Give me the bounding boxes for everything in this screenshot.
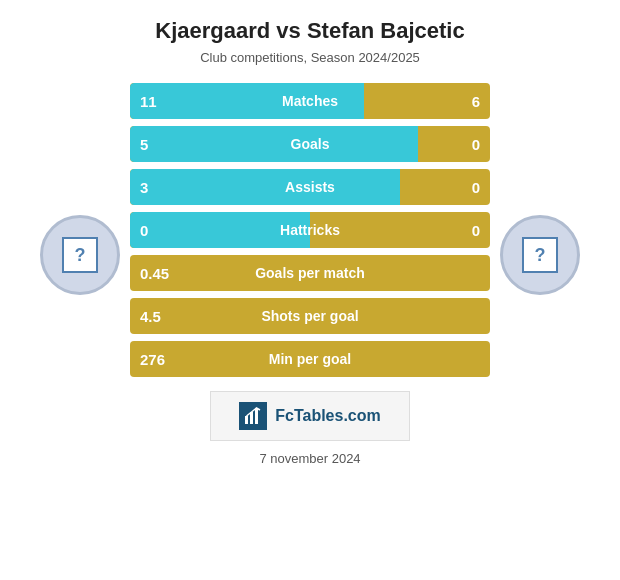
brand-text: FcTables.com (275, 407, 381, 425)
bar-bg: 3Assists0 (130, 169, 490, 205)
bar-value-right: 6 (472, 93, 480, 110)
bars-area: 11Matches65Goals03Assists00Hattricks00.4… (130, 83, 490, 377)
right-avatar-placeholder: ? (522, 237, 558, 273)
svg-rect-2 (255, 408, 258, 424)
bar-bg: 4.5Shots per goal (130, 298, 490, 334)
bar-bg: 5Goals0 (130, 126, 490, 162)
bar-bg: 0.45Goals per match (130, 255, 490, 291)
page-subtitle: Club competitions, Season 2024/2025 (200, 50, 420, 65)
bar-value-left: 276 (140, 351, 165, 368)
bar-label: Shots per goal (261, 308, 358, 324)
bar-row: 11Matches6 (130, 83, 490, 119)
brand-box: FcTables.com (210, 391, 410, 441)
bar-row: 5Goals0 (130, 126, 490, 162)
bar-label: Assists (285, 179, 335, 195)
left-player-avatar: ? (30, 165, 130, 295)
bar-label: Goals per match (255, 265, 365, 281)
bar-value-left: 3 (140, 179, 148, 196)
left-avatar-placeholder: ? (62, 237, 98, 273)
bar-label: Matches (282, 93, 338, 109)
bar-label: Hattricks (280, 222, 340, 238)
main-container: Kjaergaard vs Stefan Bajcetic Club compe… (0, 0, 620, 580)
bar-value-left: 11 (140, 93, 157, 110)
page-title: Kjaergaard vs Stefan Bajcetic (155, 18, 464, 44)
brand-icon (239, 402, 267, 430)
bar-row: 276Min per goal (130, 341, 490, 377)
right-avatar-circle: ? (500, 215, 580, 295)
bar-row: 0.45Goals per match (130, 255, 490, 291)
bar-value-right: 0 (472, 179, 480, 196)
bar-label: Min per goal (269, 351, 351, 367)
footer-date: 7 november 2024 (259, 451, 360, 466)
left-avatar-circle: ? (40, 215, 120, 295)
bar-row: 3Assists0 (130, 169, 490, 205)
bar-label: Goals (291, 136, 330, 152)
bar-bg: 0Hattricks0 (130, 212, 490, 248)
bar-row: 0Hattricks0 (130, 212, 490, 248)
svg-rect-0 (245, 416, 248, 424)
bar-value-left: 4.5 (140, 308, 161, 325)
bar-value-right: 0 (472, 136, 480, 153)
bar-row: 4.5Shots per goal (130, 298, 490, 334)
bar-value-left: 5 (140, 136, 148, 153)
bar-value-right: 0 (472, 222, 480, 239)
right-player-avatar: ? (490, 165, 590, 295)
bar-value-left: 0 (140, 222, 148, 239)
bar-bg: 276Min per goal (130, 341, 490, 377)
bar-bg: 11Matches6 (130, 83, 490, 119)
comparison-area: ? 11Matches65Goals03Assists00Hattricks00… (10, 83, 610, 377)
bar-value-left: 0.45 (140, 265, 169, 282)
